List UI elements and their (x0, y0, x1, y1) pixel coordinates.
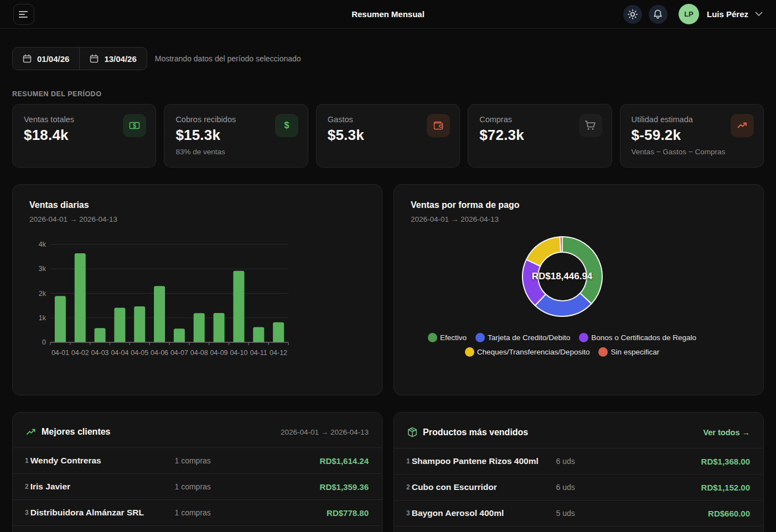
chart-title: Ventas diarias (29, 200, 365, 210)
chevron-down-icon[interactable] (755, 12, 763, 17)
row-rank: 2 (406, 483, 410, 491)
chart-title: Ventas por forma de pago (411, 200, 747, 210)
client-amount: RD$1,614.24 (249, 456, 369, 466)
payment-methods-donut-chart (516, 230, 609, 323)
product-row[interactable]: 2Cubo con Escurridor 6 uds RD$1,152.00 (394, 474, 763, 500)
product-row (394, 526, 763, 532)
avatar[interactable]: LP (679, 4, 699, 24)
product-units: 5 uds (556, 509, 630, 518)
product-row[interactable]: 3Baygon Aerosol 400ml 5 uds RD$660.00 (394, 500, 763, 526)
svg-text:04-04: 04-04 (111, 349, 128, 357)
theme-toggle-button[interactable] (623, 5, 642, 24)
list-title: Productos más vendidos (423, 427, 528, 437)
menu-button[interactable] (13, 4, 34, 25)
top-products-panel: Productos más vendidos Ver todos → 1Sham… (394, 412, 764, 532)
card-cobros-recibidos: Cobros recibidos $15.3k 83% de ventas $ (164, 104, 308, 168)
svg-text:3k: 3k (39, 265, 46, 273)
wallet-icon (427, 114, 450, 137)
row-rank: 3 (406, 509, 410, 517)
list-period: 2026-04-01 → 2026-04-13 (281, 428, 369, 436)
legend-item: Efectivo (428, 333, 467, 342)
svg-text:1k: 1k (39, 314, 46, 322)
product-row[interactable]: 1Shampoo Pantene Rizos 400ml 6 uds RD$1,… (394, 448, 763, 474)
client-name: Iris Javier (30, 482, 70, 492)
legend-label: Efectivo (440, 333, 467, 342)
client-row[interactable]: 2Iris Javier 1 compras RD$1,359.36 (13, 473, 382, 499)
product-amount: RD$1,152.00 (630, 483, 750, 492)
bell-icon (653, 9, 663, 19)
legend-label: Cheques/Transferencias/Deposito (477, 348, 590, 356)
calendar-icon (90, 54, 99, 63)
payment-methods-panel: Ventas por forma de pago 2026-04-01 → 20… (394, 184, 764, 395)
daily-sales-panel: Ventas diarias 2026-04-01 → 2026-04-13 0… (12, 184, 382, 395)
card-sub: 83% de ventas (175, 148, 296, 156)
date-from-input[interactable]: 01/04/26 (12, 47, 80, 70)
svg-text:04-03: 04-03 (91, 349, 109, 357)
dollar-icon: $ (275, 114, 298, 137)
client-amount: RD$778.80 (249, 508, 369, 518)
row-rank: 3 (25, 509, 29, 517)
legend-item: Tarjeta de Credito/Debito (475, 333, 570, 342)
legend-dot (598, 347, 608, 357)
client-purchases: 1 compras (174, 508, 249, 517)
svg-text:2k: 2k (39, 290, 46, 298)
see-all-link[interactable]: Ver todos → (703, 428, 750, 437)
product-units: 6 uds (556, 457, 630, 466)
calendar-icon (23, 54, 32, 63)
client-row[interactable]: 1Wendy Contreras 1 compras RD$1,614.24 (13, 447, 382, 473)
card-ventas-totales: Ventas totales $18.4k $ (12, 104, 156, 168)
legend-dot (475, 333, 485, 342)
topbar: Resumen Mensual LP Luis Pérez (0, 0, 776, 29)
legend-item: Bonos o Certificados de Regalo (579, 333, 696, 342)
product-amount: RD$660.00 (630, 509, 750, 518)
card-utilidad-estimada: Utilidad estimada $-59.2k Ventas − Gasto… (620, 104, 764, 168)
svg-text:04-02: 04-02 (71, 349, 89, 357)
svg-text:04-05: 04-05 (131, 349, 148, 357)
legend-label: Tarjeta de Credito/Debito (488, 333, 570, 342)
daily-sales-bar-chart: 01k2k3k4k04-0104-0204-0304-0404-0504-060… (29, 237, 294, 367)
trending-up-icon (26, 427, 36, 436)
legend-item: Sin especificar (598, 347, 659, 357)
svg-text:04-12: 04-12 (270, 349, 287, 357)
product-units: 6 uds (556, 483, 630, 492)
trending-up-icon (731, 114, 754, 137)
legend-dot (579, 333, 588, 342)
client-purchases: 1 compras (174, 456, 249, 465)
date-from-value: 01/04/26 (37, 54, 69, 64)
svg-text:04-11: 04-11 (250, 349, 267, 357)
legend-label: Sin especificar (611, 348, 659, 356)
svg-text:04-08: 04-08 (190, 349, 208, 357)
page-title: Resumen Mensual (351, 9, 425, 19)
notifications-button[interactable] (649, 5, 668, 24)
hamburger-icon (19, 11, 29, 18)
svg-text:04-01: 04-01 (51, 349, 69, 357)
svg-text:0: 0 (42, 338, 46, 346)
banknote-icon: $ (123, 114, 146, 137)
row-rank: 1 (25, 457, 29, 465)
legend-label: Bonos o Certificados de Regalo (591, 333, 696, 342)
date-to-input[interactable]: 13/04/26 (80, 47, 147, 70)
svg-text:$: $ (133, 123, 137, 129)
client-row[interactable]: 3Distribuidora Almánzar SRL 1 compras RD… (13, 499, 382, 525)
filter-row: 01/04/26 13/04/26 Mostrando datos del pe… (12, 47, 764, 70)
card-compras: Compras $72.3k (468, 104, 612, 168)
product-name: Cubo con Escurridor (412, 482, 497, 492)
chart-subtitle: 2026-04-01 → 2026-04-13 (411, 215, 747, 223)
svg-text:04-06: 04-06 (151, 349, 168, 357)
legend-dot (428, 333, 437, 342)
row-rank: 1 (406, 457, 410, 465)
client-name: Distribuidora Almánzar SRL (30, 508, 144, 518)
donut-legend: EfectivoTarjeta de Credito/DebitoBonos o… (424, 333, 701, 357)
cart-icon (579, 114, 602, 137)
svg-text:04-10: 04-10 (230, 349, 247, 357)
legend-item: Cheques/Transferencias/Deposito (465, 347, 590, 357)
section-label: RESUMEN DEL PERÍODO (12, 90, 764, 98)
product-name: Baygon Aerosol 400ml (412, 508, 504, 518)
svg-text:$: $ (284, 121, 289, 130)
client-row (13, 525, 382, 532)
date-to-value: 13/04/26 (104, 54, 136, 64)
summary-cards: Ventas totales $18.4k $ Cobros recibidos… (12, 104, 764, 168)
svg-text:04-07: 04-07 (170, 349, 188, 357)
filter-caption: Mostrando datos del período seleccionado (155, 54, 301, 63)
client-purchases: 1 compras (174, 482, 249, 491)
